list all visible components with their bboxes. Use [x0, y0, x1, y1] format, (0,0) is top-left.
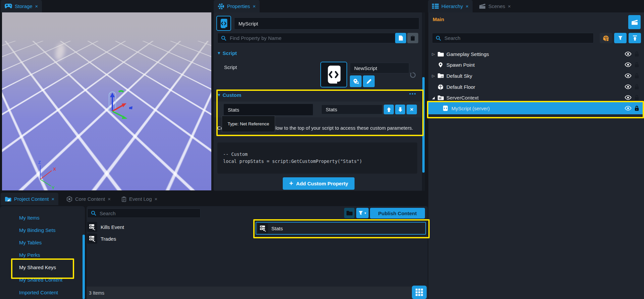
- custom-menu-icon[interactable]: •••: [409, 91, 417, 97]
- object-name-input[interactable]: [238, 20, 416, 27]
- content-item-trades[interactable]: Trades: [87, 234, 116, 244]
- shared-key-icon: [258, 223, 268, 233]
- scrollbar-thumb[interactable]: [422, 77, 425, 173]
- tab-scenes[interactable]: Scenes ×: [475, 0, 515, 12]
- sidebar-item-my-shared-keys[interactable]: My Shared Keys: [19, 264, 56, 270]
- eye-icon[interactable]: [625, 95, 632, 101]
- eye-icon[interactable]: [625, 52, 632, 57]
- script-property-label: Script: [224, 64, 237, 70]
- lock-icon[interactable]: [634, 105, 639, 112]
- asset-view-button[interactable]: [600, 33, 612, 43]
- move-property-up-button[interactable]: [384, 105, 394, 114]
- collapse-icon[interactable]: ▾: [218, 50, 220, 56]
- tab-hierarchy[interactable]: Hierarchy ×: [428, 0, 473, 12]
- tab-properties[interactable]: Properties ×: [214, 0, 260, 12]
- svg-text:Z: Z: [38, 160, 41, 165]
- close-icon[interactable]: ×: [155, 196, 158, 202]
- svg-text:X: X: [53, 167, 56, 172]
- tree-row-default-floor[interactable]: Default Floor: [428, 81, 644, 92]
- content-search-field[interactable]: [87, 208, 201, 218]
- open-folder-button[interactable]: [344, 208, 355, 218]
- close-icon[interactable]: ×: [108, 196, 111, 202]
- sidebar-item-my-tables[interactable]: My Tables: [19, 240, 42, 245]
- lock-icon[interactable]: [634, 51, 639, 58]
- tree-row-server-context[interactable]: ◢ ServerContext: [428, 92, 644, 103]
- eye-icon[interactable]: [625, 73, 632, 79]
- tree-row-default-sky[interactable]: ▷ Default Sky: [428, 70, 644, 81]
- expand-icon[interactable]: ▷: [431, 74, 436, 78]
- close-icon[interactable]: ×: [253, 3, 256, 9]
- tab-storage[interactable]: Storage ×: [1, 0, 42, 12]
- lock-icon[interactable]: [634, 84, 639, 91]
- pin-search-icon: [353, 78, 359, 84]
- script-asset-name-input[interactable]: [354, 65, 406, 71]
- custom-property-value-field[interactable]: [321, 105, 382, 114]
- search-icon: [221, 36, 226, 41]
- scene-viewport[interactable]: Z X Y: [2, 12, 211, 190]
- collapse-expanded-icon[interactable]: ◢: [431, 96, 436, 100]
- custom-property-value-input[interactable]: [325, 106, 379, 113]
- cube-icon: [437, 84, 444, 90]
- find-property-input[interactable]: [229, 35, 393, 41]
- lock-icon[interactable]: [634, 62, 639, 69]
- close-icon[interactable]: ×: [35, 3, 38, 9]
- tab-project-content[interactable]: Project Content ×: [1, 193, 58, 205]
- spawn-point-icon: [437, 62, 444, 68]
- copy-properties-button[interactable]: [395, 33, 406, 43]
- add-custom-property-button[interactable]: + Add Custom Property: [283, 177, 355, 190]
- custom-property-name-input[interactable]: [227, 107, 310, 113]
- content-status-bar: 3 Items: [87, 287, 428, 299]
- tree-item-label: Default Floor: [446, 84, 475, 90]
- reset-property-button[interactable]: [409, 71, 417, 80]
- hierarchy-filter-button[interactable]: [614, 33, 627, 43]
- content-item-stats-selected[interactable]: Stats: [256, 222, 426, 235]
- properties-scrollbar[interactable]: [422, 12, 425, 191]
- content-search-input[interactable]: [99, 210, 197, 217]
- close-icon[interactable]: ×: [51, 196, 54, 202]
- hierarchy-search-field[interactable]: [432, 33, 594, 43]
- transform-gizmo[interactable]: [97, 88, 134, 121]
- move-property-down-button[interactable]: [395, 105, 405, 114]
- sidebar-scrollbar[interactable]: [83, 235, 85, 299]
- lock-icon[interactable]: [634, 95, 639, 102]
- custom-property-name-field[interactable]: [223, 104, 313, 116]
- sidebar-item-my-items[interactable]: My Items: [19, 215, 40, 221]
- sidebar-item-imported-content[interactable]: Imported Content: [19, 290, 58, 295]
- hierarchy-search-input[interactable]: [444, 35, 590, 41]
- export-button[interactable]: [629, 33, 641, 43]
- tree-row-myscript-selected[interactable]: MyScript (server): [428, 102, 644, 114]
- section-script[interactable]: ▾ Script: [218, 50, 237, 56]
- eye-icon[interactable]: [625, 84, 632, 90]
- content-item-kills-event[interactable]: Kills Event: [87, 222, 124, 232]
- tree-row-spawn-point[interactable]: Spawn Point: [428, 59, 644, 70]
- eye-icon[interactable]: [625, 62, 632, 68]
- sidebar-item-my-perks[interactable]: My Perks: [19, 252, 40, 258]
- tab-event-log[interactable]: Event Log ×: [117, 193, 161, 205]
- hierarchy-icon: [432, 4, 439, 9]
- section-custom[interactable]: ▾ Custom: [218, 92, 241, 98]
- sidebar-item-my-binding-sets[interactable]: My Binding Sets: [19, 227, 55, 233]
- expand-icon[interactable]: ▷: [431, 52, 436, 56]
- close-icon[interactable]: ×: [508, 3, 511, 9]
- edit-script-button[interactable]: [363, 75, 375, 87]
- script-asset-name-field[interactable]: [350, 63, 409, 73]
- lock-icon[interactable]: [634, 73, 639, 80]
- collapse-icon[interactable]: ▾: [218, 92, 220, 98]
- delete-property-button[interactable]: ×: [407, 105, 417, 114]
- eye-icon[interactable]: [625, 106, 632, 112]
- sidebar-item-my-shared-content[interactable]: My Shared Content: [19, 277, 62, 283]
- find-asset-button[interactable]: [350, 75, 362, 87]
- script-asset-thumbnail[interactable]: [320, 62, 347, 87]
- new-scene-button[interactable]: [628, 15, 641, 29]
- code-snippet[interactable]: -- Custom local propStats = script:GetCu…: [217, 142, 417, 174]
- publish-content-button[interactable]: Publish Content: [370, 208, 425, 219]
- filter-icon: [359, 211, 363, 215]
- content-filter-button[interactable]: ▾: [356, 208, 369, 218]
- find-property-field[interactable]: [217, 33, 396, 43]
- tab-core-content[interactable]: Core Content ×: [62, 193, 115, 205]
- paste-properties-button[interactable]: [407, 33, 418, 43]
- object-name-field[interactable]: [234, 17, 419, 29]
- tree-row-gameplay-settings[interactable]: ▷ Gameplay Settings: [428, 49, 644, 59]
- close-icon[interactable]: ×: [466, 3, 469, 9]
- grid-view-button[interactable]: [412, 286, 427, 299]
